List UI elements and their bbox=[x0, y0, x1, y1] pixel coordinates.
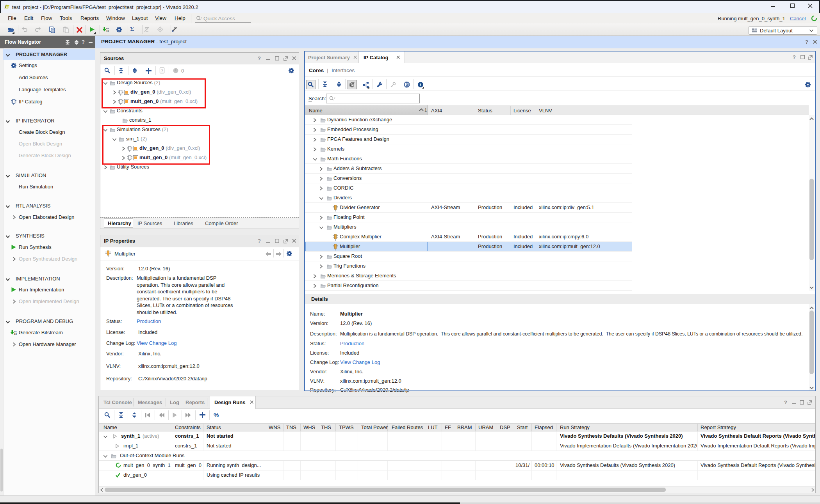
svg-text:?: ? bbox=[258, 238, 261, 244]
svg-text:%: % bbox=[214, 412, 219, 418]
svg-text:i: i bbox=[420, 82, 421, 87]
svg-text:?: ? bbox=[258, 56, 261, 61]
svg-text:?: ? bbox=[805, 39, 808, 45]
svg-text:Σ: Σ bbox=[130, 26, 134, 33]
svg-text:10: 10 bbox=[106, 30, 109, 32]
svg-text:?: ? bbox=[793, 55, 796, 60]
svg-text:?: ? bbox=[82, 39, 85, 45]
svg-text:?: ? bbox=[784, 400, 787, 405]
svg-text:10: 10 bbox=[14, 333, 17, 335]
svg-text:?: ? bbox=[161, 69, 163, 73]
